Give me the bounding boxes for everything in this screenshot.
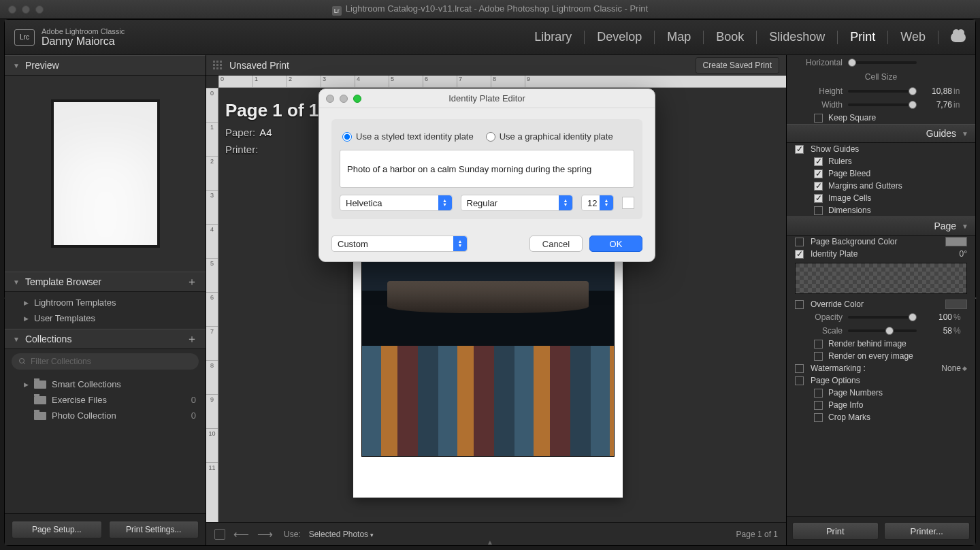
render-behind-checkbox[interactable]: Render behind image	[787, 338, 975, 350]
print-collection-bar: Unsaved Print Create Saved Print	[206, 55, 786, 76]
right-panel: Horizontal Cell Size Height10,88in Width…	[786, 55, 975, 545]
opacity-slider[interactable]	[848, 316, 917, 319]
show-guides-checkbox[interactable]: Show Guides	[787, 143, 975, 155]
page-options-checkbox[interactable]: Page Options	[787, 374, 975, 387]
use-label: Use:	[284, 530, 301, 539]
width-slider[interactable]	[848, 103, 917, 106]
image-cells-checkbox[interactable]: Image Cells	[787, 192, 975, 204]
identity-line1: Adobe Lightroom Classic	[42, 27, 125, 35]
cancel-button[interactable]: Cancel	[529, 236, 583, 252]
chevron-updown-icon: ▲▼	[600, 195, 613, 210]
module-picker: Library Develop Map Book Slideshow Print…	[534, 30, 966, 44]
page-section-head[interactable]: Page▼	[787, 216, 975, 236]
svg-line-1	[24, 363, 26, 365]
window-title: LrLightroom Catalog-v10-v11.lrcat - Adob…	[0, 3, 980, 16]
add-collection-icon[interactable]: ＋	[186, 332, 197, 346]
printer-button[interactable]: Printer...	[884, 522, 970, 540]
template-browser-head[interactable]: ▼Template Browser＋	[5, 272, 206, 292]
create-saved-print-button[interactable]: Create Saved Print	[696, 57, 779, 74]
left-panel: ▼Preview ▼Template Browser＋ ▶Lightroom T…	[5, 55, 206, 545]
render-every-checkbox[interactable]: Render on every image	[787, 350, 975, 362]
svg-point-0	[20, 359, 24, 363]
preset-select[interactable]: Custom▲▼	[331, 236, 468, 252]
page-indicator: Page 1 of 1	[225, 100, 318, 121]
module-book[interactable]: Book	[716, 30, 744, 44]
styled-text-radio[interactable]: Use a styled text identity plate	[342, 131, 474, 142]
use-dropdown[interactable]: Selected Photos ▾	[309, 530, 374, 539]
identity-plate-checkbox[interactable]: Identity Plate0°	[787, 248, 975, 260]
height-slider[interactable]	[848, 90, 917, 93]
page-setup-button[interactable]: Page Setup...	[12, 521, 102, 538]
preview-page-icon	[51, 99, 160, 248]
template-folder[interactable]: ▶User Templates	[5, 310, 206, 326]
app-file-icon: Lr	[332, 6, 342, 16]
app-logo: Lrc	[14, 29, 35, 46]
module-print[interactable]: Print	[850, 30, 875, 44]
override-color-checkbox[interactable]: Override Color	[787, 298, 975, 310]
crop-marks-checkbox[interactable]: Crop Marks	[787, 411, 975, 423]
watermark-dropdown[interactable]: None◆	[941, 363, 967, 373]
preview-thumbnail	[5, 76, 206, 272]
page-counter: Page 1 of 1	[736, 530, 778, 539]
dialog-titlebar: Identity Plate Editor	[319, 89, 655, 108]
margins-checkbox[interactable]: Margins and Gutters	[787, 180, 975, 192]
module-map[interactable]: Map	[667, 30, 691, 44]
cell-size-heading: Cell Size	[787, 69, 975, 84]
module-library[interactable]: Library	[534, 30, 572, 44]
rulers-checkbox[interactable]: Rulers	[787, 155, 975, 167]
graphical-radio[interactable]: Use a graphical identity plate	[486, 131, 613, 142]
filter-collections-input[interactable]: Filter Collections	[12, 353, 199, 370]
identity-text-input[interactable]: Photo of a harbor on a calm Sunday morni…	[340, 150, 634, 188]
font-family-select[interactable]: Helvetica▲▼	[340, 195, 453, 211]
folder-icon	[34, 381, 46, 389]
print-settings-button[interactable]: Print Settings...	[109, 521, 199, 538]
chevron-updown-icon: ▲▼	[438, 195, 452, 210]
chevron-updown-icon: ▲▼	[453, 236, 467, 251]
page-sheet[interactable]	[353, 225, 623, 498]
override-color-swatch[interactable]	[945, 300, 967, 309]
folder-icon	[34, 412, 46, 420]
font-size-select[interactable]: 12▲▼	[581, 195, 614, 211]
page-bg-checkbox[interactable]: Page Background Color	[787, 236, 975, 248]
cloud-sync-icon[interactable]	[951, 33, 966, 42]
collection-row[interactable]: ▶Photo Collection0	[5, 408, 206, 423]
guides-section-head[interactable]: Guides▼	[787, 124, 975, 143]
chevron-updown-icon: ▲▼	[559, 195, 572, 210]
scale-slider[interactable]	[848, 329, 917, 332]
font-color-swatch[interactable]	[622, 197, 634, 209]
module-develop[interactable]: Develop	[597, 30, 642, 44]
collection-row[interactable]: ▶Exercise Files0	[5, 392, 206, 408]
add-template-icon[interactable]: ＋	[186, 275, 197, 289]
search-icon	[18, 357, 27, 366]
mac-titlebar: LrLightroom Catalog-v10-v11.lrcat - Adob…	[0, 0, 980, 19]
template-folder[interactable]: ▶Lightroom Templates	[5, 295, 206, 310]
identity-plate-preview[interactable]	[795, 263, 967, 294]
module-web[interactable]: Web	[900, 30, 926, 44]
font-weight-select[interactable]: Regular▲▼	[461, 195, 574, 211]
print-button[interactable]: Print	[792, 522, 879, 540]
watermarking-checkbox[interactable]: Watermarking :None◆	[787, 362, 975, 374]
dialog-title: Identity Plate Editor	[319, 93, 655, 103]
dimensions-checkbox[interactable]: Dimensions	[787, 204, 975, 216]
filter-placeholder: Filter Collections	[31, 357, 91, 366]
page-bleed-checkbox[interactable]: Page Bleed	[787, 167, 975, 180]
module-slideshow[interactable]: Slideshow	[769, 30, 825, 44]
collections-head[interactable]: ▼Collections＋	[5, 329, 206, 349]
grip-icon	[213, 61, 223, 70]
ruler-horizontal: 0123456789	[218, 76, 786, 88]
identity-text: Adobe Lightroom Classic Danny Maiorca	[42, 27, 125, 48]
ok-button[interactable]: OK	[589, 236, 642, 252]
page-numbers-checkbox[interactable]: Page Numbers	[787, 387, 975, 399]
horizontal-slider[interactable]	[848, 61, 917, 64]
keep-square-checkbox[interactable]: Keep Square	[787, 112, 975, 124]
bottom-panel-collapse-icon[interactable]: ▲	[5, 538, 975, 545]
identity-bar: Lrc Adobe Lightroom Classic Danny Maiorc…	[5, 20, 975, 55]
bg-color-swatch[interactable]	[945, 237, 967, 246]
page-info-checkbox[interactable]: Page Info	[787, 399, 975, 411]
print-collection-title: Unsaved Print	[229, 60, 289, 71]
identity-line2: Danny Maiorca	[42, 35, 125, 48]
ruler-vertical: 01234567891011	[206, 88, 218, 522]
horizontal-label: Horizontal	[795, 58, 843, 67]
preview-panel-head[interactable]: ▼Preview	[5, 55, 206, 76]
collection-row[interactable]: ▶Smart Collections	[5, 376, 206, 392]
